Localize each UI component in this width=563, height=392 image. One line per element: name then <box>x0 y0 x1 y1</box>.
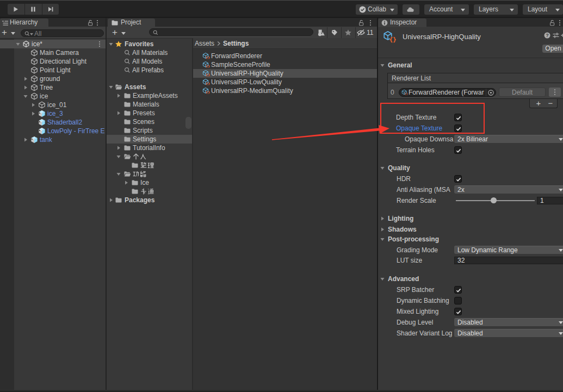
svg-text:?: ? <box>546 33 549 38</box>
